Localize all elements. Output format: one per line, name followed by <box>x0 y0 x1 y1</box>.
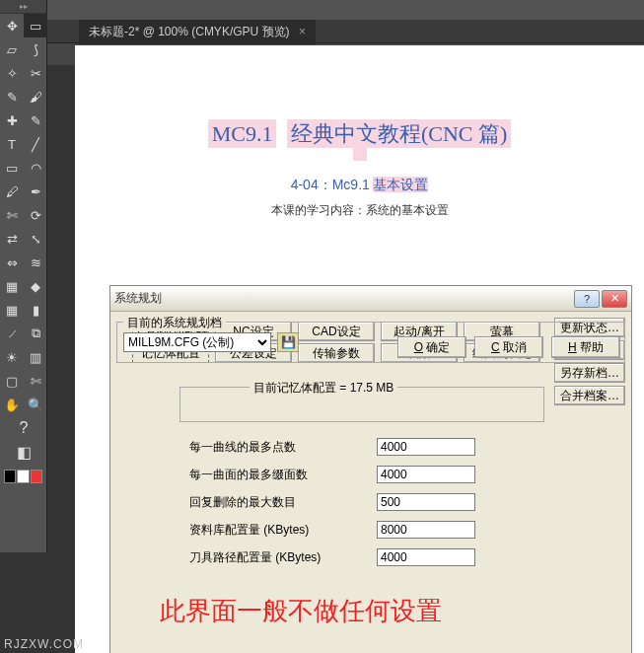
param-input-2[interactable] <box>377 493 475 511</box>
symbol-tool-icon[interactable]: ☀ <box>0 345 24 369</box>
dialog-title: 系统规划 <box>114 290 572 307</box>
memory-legend: 目前记忆体配置 = 17.5 MB <box>250 380 397 397</box>
zoom-tool-icon[interactable]: 🔍 <box>24 393 47 416</box>
hand-tool-icon[interactable]: ✋ <box>0 393 24 416</box>
wand-tool-icon[interactable]: ✧ <box>0 61 24 85</box>
app-topbar: ⋮⋮⋮⋮ <box>0 0 644 20</box>
merge-button[interactable]: 合并档案… <box>554 386 625 405</box>
save-as-button[interactable]: 另存新档… <box>554 363 625 383</box>
blend-tool-icon[interactable]: ⧉ <box>24 322 47 345</box>
pen-tool-icon[interactable]: ✒ <box>24 180 47 203</box>
swatch-white[interactable] <box>17 470 29 483</box>
subtitle-prefix: 4-04：Mc9.1 <box>291 177 370 192</box>
param-input-4[interactable] <box>377 548 475 566</box>
dialog-footer: 目前的系统规划档 MILL9M.CFG (公制) 💾 O 确定 C 取消 H 帮… <box>116 322 625 363</box>
toolbox: ▸▸ ✥ ▭ ▱ ⟆ ✧ ✂ ✎ 🖌 ✚ ✎ T ╱ ▭ ◠ 🖊 ✒ ✄ ⟳ ⇄… <box>0 0 47 552</box>
fill-stroke-icon[interactable]: ◧ <box>0 440 47 464</box>
subtitle-highlight: 基本设置 <box>373 177 428 192</box>
swatch-black[interactable] <box>4 470 16 483</box>
brush-tool-icon[interactable]: 🖌 <box>24 85 47 109</box>
artboard-tool-icon[interactable]: ▱ <box>0 37 24 61</box>
line-tool-icon[interactable]: ╱ <box>24 132 47 156</box>
document-note: 本课的学习内容：系统的基本设置 <box>75 202 644 219</box>
title-part2: 经典中文教程(CNC 篇) <box>287 119 511 148</box>
arc-tool-icon[interactable]: ◠ <box>24 156 47 180</box>
param-label-3: 资料库配置量 (KBytes) <box>189 522 377 539</box>
pencil-tool-icon[interactable]: ✎ <box>24 109 47 132</box>
lasso-tool-icon[interactable]: ⟆ <box>24 37 47 61</box>
color-swatches <box>0 464 46 489</box>
ok-button[interactable]: O 确定 <box>397 336 466 358</box>
healing-tool-icon[interactable]: ✚ <box>0 109 24 132</box>
help-tool-icon[interactable]: ? <box>0 416 47 440</box>
cursor-mark <box>353 141 367 161</box>
warp-tool-icon[interactable]: ≋ <box>24 251 47 274</box>
param-label-1: 每一曲面的最多缀面数 <box>189 467 377 483</box>
scissors-tool-icon[interactable]: ✄ <box>0 203 24 227</box>
document-tab[interactable]: 未标题-2* @ 100% (CMYK/GPU 预览) × <box>79 19 316 44</box>
system-config-dialog: 系统规划 ? ✕ 工具列/功能键 NC设定 CAD设定 起动/离开 萤幕 记忆体… <box>109 285 632 653</box>
watermark: RJZXW.COM <box>4 637 84 651</box>
crop-tool-icon[interactable]: ✂ <box>24 61 47 85</box>
rotate-tool-icon[interactable]: ⟳ <box>24 203 47 227</box>
footer-legend: 目前的系统规划档 <box>123 315 226 331</box>
memory-group: 目前记忆体配置 = 17.5 MB <box>179 387 544 422</box>
scale-tool-icon[interactable]: ⤡ <box>24 227 47 251</box>
params-area: 每一曲线的最多点数 每一曲面的最多缀面数 回复删除的最大数目 资料库配置量 (K… <box>189 438 564 576</box>
freetransform-tool-icon[interactable]: ▦ <box>0 274 24 298</box>
close-icon[interactable]: × <box>299 25 306 38</box>
cancel-button[interactable]: C 取消 <box>474 336 543 358</box>
red-annotation: 此界面一般不做任何设置 <box>160 594 442 628</box>
shape-tool-icon[interactable]: ◆ <box>24 274 47 298</box>
type-tool-icon[interactable]: T <box>0 132 24 156</box>
param-input-0[interactable] <box>377 438 475 456</box>
dialog-close-icon[interactable]: ✕ <box>602 290 627 308</box>
canvas: MC9.1 经典中文教程(CNC 篇) 4-04：Mc9.1 基本设置 本课的学… <box>75 45 644 653</box>
document-tab-label: 未标题-2* @ 100% (CMYK/GPU 预览) <box>89 25 290 38</box>
swatch-red[interactable] <box>31 470 42 483</box>
document-tabs: 未标题-2* @ 100% (CMYK/GPU 预览) × <box>0 20 644 43</box>
artboard2-tool-icon[interactable]: ▢ <box>0 369 24 393</box>
selection-tool-icon[interactable]: ▭ <box>24 14 47 37</box>
param-label-0: 每一曲线的最多点数 <box>189 439 377 456</box>
param-input-1[interactable] <box>377 466 475 483</box>
rect-tool-icon[interactable]: ▭ <box>0 156 24 180</box>
document-subtitle: 4-04：Mc9.1 基本设置 <box>75 177 644 194</box>
dialog-titlebar[interactable]: 系统规划 ? ✕ <box>110 286 631 312</box>
width-tool-icon[interactable]: ⇔ <box>0 251 24 274</box>
dialog-help-icon[interactable]: ? <box>574 290 600 308</box>
slice-tool-icon[interactable]: ✄ <box>24 369 47 393</box>
param-label-2: 回复删除的最大数目 <box>189 494 377 511</box>
save-icon[interactable]: 💾 <box>277 332 299 352</box>
config-file-select[interactable]: MILL9M.CFG (公制) <box>123 332 271 352</box>
gradient-tool-icon[interactable]: ▮ <box>24 298 47 322</box>
param-label-4: 刀具路径配置量 (KBytes) <box>189 549 377 566</box>
graph-tool-icon[interactable]: ▥ <box>24 345 47 369</box>
move-tool-icon[interactable]: ✥ <box>0 14 24 37</box>
eyedrop2-tool-icon[interactable]: ⟋ <box>0 322 24 345</box>
reflect-tool-icon[interactable]: ⇄ <box>0 227 24 251</box>
param-input-3[interactable] <box>377 521 475 539</box>
help-button[interactable]: H 帮助 <box>551 336 620 358</box>
title-part1: MC9.1 <box>208 119 277 148</box>
eyedropper-tool-icon[interactable]: ✎ <box>0 85 24 109</box>
paintbrush-tool-icon[interactable]: 🖊 <box>0 180 24 203</box>
toolbox-collapse[interactable]: ▸▸ <box>0 0 46 14</box>
mesh-tool-icon[interactable]: ▦ <box>0 298 24 322</box>
